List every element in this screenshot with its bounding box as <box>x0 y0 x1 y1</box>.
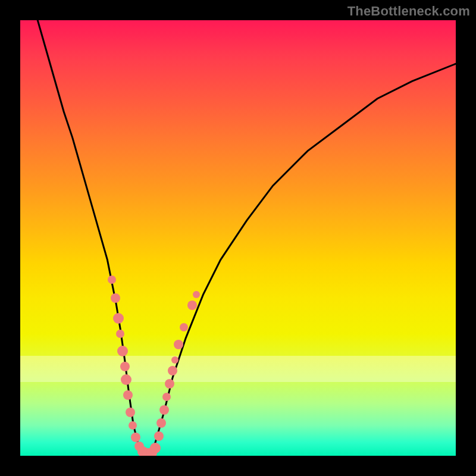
gradient-background <box>20 20 456 456</box>
chart-frame: TheBottleneck.com <box>0 0 476 476</box>
plot-area <box>20 20 456 456</box>
watermark-text: TheBottleneck.com <box>347 4 470 19</box>
